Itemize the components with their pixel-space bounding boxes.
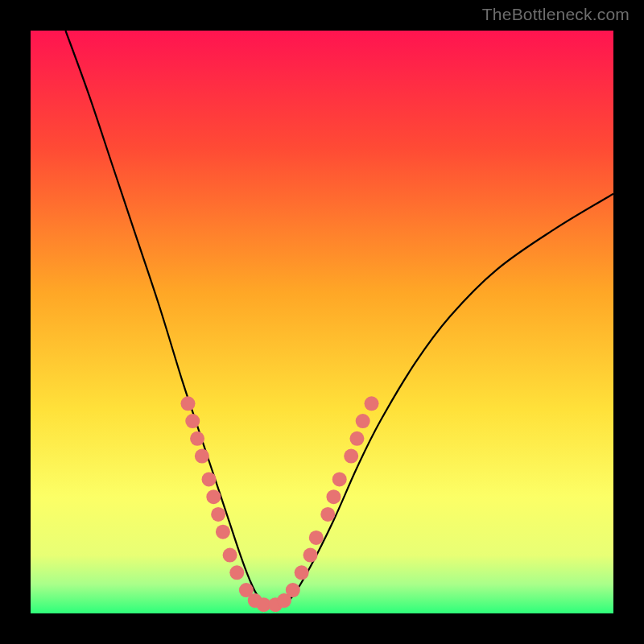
curve-marker [303,548,318,563]
marker-group [180,396,378,612]
curve-marker [320,507,335,522]
curve-marker [190,431,204,446]
curve-marker [365,396,379,411]
curve-marker [202,472,217,486]
curve-marker [185,414,200,428]
curve-marker [344,449,358,464]
curve-marker [180,396,195,411]
curve-marker [211,507,225,522]
curve-marker [349,431,364,446]
curve-marker [206,489,221,504]
curve-marker [216,525,230,539]
curve-marker [309,530,324,545]
chart-frame: TheBottleneck.com [0,0,644,644]
curve-layer [31,31,613,613]
watermark-text: TheBottleneck.com [482,5,630,24]
curve-marker [326,489,341,504]
curve-marker [286,583,300,597]
curve-marker [356,414,370,428]
bottleneck-curve [65,31,613,606]
curve-marker [332,472,347,486]
curve-marker [195,449,209,464]
curve-marker [229,565,244,580]
plot-area [31,31,613,613]
curve-marker [295,565,309,580]
curve-marker [223,548,237,563]
